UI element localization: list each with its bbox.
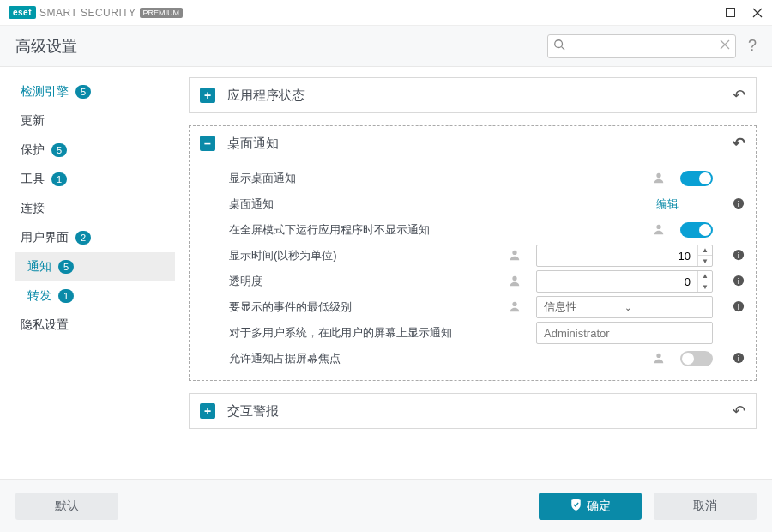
brand-eset-logo: eset xyxy=(9,6,36,19)
panel-title: 交互警报 xyxy=(227,403,733,420)
svg-point-14 xyxy=(512,275,516,280)
panel-header-app-status[interactable]: + 应用程序状态 ↶ xyxy=(190,78,756,112)
svg-text:i: i xyxy=(738,353,740,362)
sidebar-item-connection[interactable]: 连接 xyxy=(15,194,175,223)
help-icon[interactable]: ? xyxy=(748,37,757,55)
display-time-input[interactable]: ▲ ▼ xyxy=(536,245,713,267)
ok-button[interactable]: 确定 xyxy=(539,493,642,520)
brand: eset SMART SECURITY PREMIUM xyxy=(9,6,183,19)
spin-up-icon[interactable]: ▲ xyxy=(698,245,712,256)
user-icon xyxy=(653,223,665,238)
sidebar-item-update[interactable]: 更新 xyxy=(15,106,175,136)
default-button[interactable]: 默认 xyxy=(15,493,118,520)
sidebar-item-notifications[interactable]: 通知 5 xyxy=(15,252,175,281)
toggle-show-notifications[interactable] xyxy=(680,171,713,186)
setting-label: 显示时间(以秒为单位) xyxy=(229,248,509,263)
svg-point-10 xyxy=(656,224,660,228)
sidebar-badge: 1 xyxy=(58,289,74,303)
window-maximize-button[interactable] xyxy=(724,7,736,19)
setting-label: 显示桌面通知 xyxy=(229,171,653,186)
svg-text:i: i xyxy=(738,275,740,285)
spin-up-icon[interactable]: ▲ xyxy=(698,271,712,281)
toggle-allow-focus[interactable] xyxy=(680,351,713,366)
panel-header-desktop[interactable]: – 桌面通知 ↶ xyxy=(190,126,756,160)
expand-icon: + xyxy=(200,403,215,419)
svg-point-11 xyxy=(512,250,516,254)
user-icon xyxy=(653,172,665,186)
multiuser-input[interactable]: Administrator xyxy=(536,322,713,344)
row-min-level: 要显示的事件的最低级别 信息性 ⌄ i xyxy=(229,294,745,320)
svg-text:i: i xyxy=(738,301,740,311)
setting-label: 桌面通知 xyxy=(229,196,656,212)
panel-interactive-alerts: + 交互警报 ↶ xyxy=(189,393,757,429)
cancel-button[interactable]: 取消 xyxy=(654,493,757,520)
row-desktop-notifications-edit: 桌面通知 编辑 i xyxy=(229,191,745,217)
undo-icon[interactable]: ↶ xyxy=(733,402,745,420)
setting-label: 允许通知占据屏幕焦点 xyxy=(229,351,653,366)
display-time-field[interactable] xyxy=(537,250,697,263)
user-icon xyxy=(653,352,665,366)
clear-search-icon[interactable] xyxy=(720,39,730,52)
sidebar-item-label: 通知 xyxy=(27,259,51,275)
svg-rect-0 xyxy=(726,9,734,17)
sidebar-item-label: 工具 xyxy=(21,172,45,187)
sidebar-item-label: 用户界面 xyxy=(21,230,69,245)
sidebar-badge: 5 xyxy=(51,143,67,157)
window-titlebar: eset SMART SECURITY PREMIUM xyxy=(0,0,772,26)
sidebar-item-tools[interactable]: 工具 1 xyxy=(15,165,175,194)
search-input[interactable] xyxy=(565,39,720,52)
setting-label: 对于多用户系统，在此用户的屏幕上显示通知 xyxy=(229,325,536,341)
spin-down-icon[interactable]: ▼ xyxy=(698,256,712,266)
svg-text:i: i xyxy=(738,198,740,208)
sidebar-item-label: 隐私设置 xyxy=(21,317,69,333)
panel-desktop-notifications: – 桌面通知 ↶ 显示桌面通知 ⓘ 桌面通知 xyxy=(189,125,757,381)
sidebar-badge: 1 xyxy=(51,172,67,186)
row-hide-fullscreen: 在全屏模式下运行应用程序时不显示通知 ⓘ xyxy=(229,217,745,243)
brand-premium-badge: PREMIUM xyxy=(140,8,184,18)
collapse-icon: – xyxy=(200,136,215,151)
page-title: 高级设置 xyxy=(15,36,77,57)
edit-link[interactable]: 编辑 xyxy=(656,196,713,212)
undo-icon[interactable]: ↶ xyxy=(733,134,745,153)
header: 高级设置 ? xyxy=(0,26,772,67)
sidebar-item-detection-engine[interactable]: 检测引擎 5 xyxy=(15,77,175,106)
undo-icon[interactable]: ↶ xyxy=(733,86,745,105)
info-icon[interactable]: i xyxy=(732,275,745,289)
panel-header-interactive[interactable]: + 交互警报 ↶ xyxy=(190,394,756,428)
sidebar-item-label: 保护 xyxy=(21,142,45,158)
sidebar-item-label: 检测引擎 xyxy=(21,84,69,100)
svg-text:i: i xyxy=(738,250,740,259)
svg-point-7 xyxy=(656,172,660,177)
sidebar: 检测引擎 5 更新 保护 5 工具 1 连接 用户界面 2 通知 5 转发 1 xyxy=(0,67,178,479)
multiuser-value: Administrator xyxy=(544,327,610,340)
sidebar-item-privacy[interactable]: 隐私设置 xyxy=(15,311,175,340)
toggle-hide-fullscreen[interactable] xyxy=(680,222,713,238)
svg-point-20 xyxy=(656,353,660,357)
transparency-field[interactable] xyxy=(537,275,697,288)
transparency-input[interactable]: ▲ ▼ xyxy=(536,270,713,293)
row-show-desktop-notifications: 显示桌面通知 ⓘ xyxy=(229,166,745,191)
select-value: 信息性 xyxy=(544,299,624,315)
search-box[interactable] xyxy=(547,34,736,58)
sidebar-item-protection[interactable]: 保护 5 xyxy=(15,136,175,165)
sidebar-item-label: 转发 xyxy=(27,288,51,304)
info-icon[interactable]: i xyxy=(732,300,745,315)
button-label: 默认 xyxy=(55,499,79,514)
sidebar-badge: 2 xyxy=(75,231,91,245)
info-icon[interactable]: i xyxy=(732,197,745,212)
window-close-button[interactable] xyxy=(751,7,763,19)
info-icon[interactable]: i xyxy=(732,352,745,366)
svg-line-4 xyxy=(562,47,565,51)
sidebar-item-ui[interactable]: 用户界面 2 xyxy=(15,223,175,252)
sidebar-item-forwarding[interactable]: 转发 1 xyxy=(15,281,175,311)
sidebar-item-label: 更新 xyxy=(21,113,45,129)
sidebar-badge: 5 xyxy=(75,85,91,99)
spin-down-icon[interactable]: ▼ xyxy=(698,281,712,292)
panel-app-status: + 应用程序状态 ↶ xyxy=(189,77,757,113)
button-label: 确定 xyxy=(587,499,611,514)
row-multiuser: 对于多用户系统，在此用户的屏幕上显示通知 Administrator ⓘ xyxy=(229,320,745,346)
min-level-select[interactable]: 信息性 ⌄ xyxy=(536,296,713,318)
panel-title: 桌面通知 xyxy=(227,136,733,152)
info-icon[interactable]: i xyxy=(732,249,745,263)
svg-point-17 xyxy=(512,301,516,305)
